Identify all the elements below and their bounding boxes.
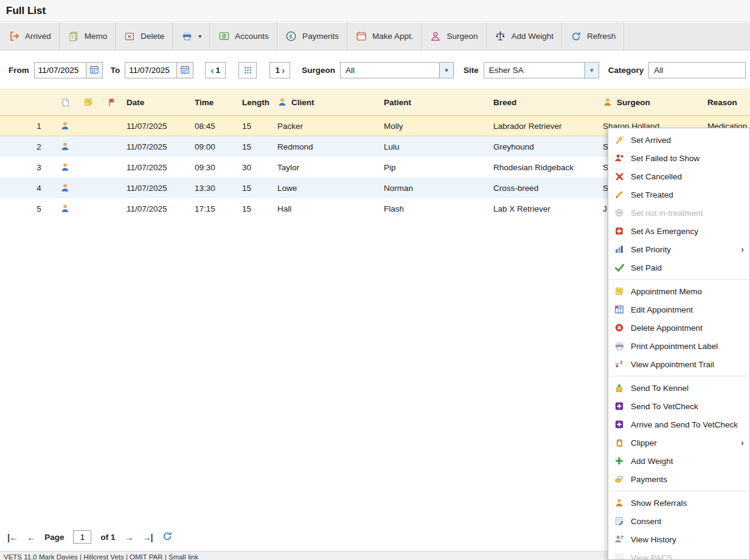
first-page-button[interactable]: |← (7, 532, 18, 542)
chevron-right-icon: › (282, 66, 285, 75)
make-appt-button-label: Make Appt. (372, 32, 414, 41)
menu-item-set-arrived[interactable]: Set Arrived (608, 131, 749, 149)
refresh-button[interactable]: Refresh (562, 22, 624, 50)
submenu-arrow-icon: › (741, 438, 744, 448)
menu-item-label: Send To VetCheck (631, 402, 698, 411)
menu-item-label: Edit Appointment (631, 305, 693, 314)
menu-item-appointment-memo[interactable]: Appointment Memo (608, 282, 749, 300)
menu-item-set-paid[interactable]: Set Paid (608, 258, 749, 277)
menu-item-set-priority[interactable]: Set Priority› (608, 240, 749, 258)
menu-item-label: Set Arrived (631, 136, 671, 145)
svg-text:?: ? (620, 534, 623, 541)
add-weight-button[interactable]: Add Weight (487, 22, 563, 50)
memo-pages-icon (68, 30, 80, 43)
client-person-icon (60, 121, 70, 131)
menu-item-show-referrals[interactable]: Show Referrals (608, 494, 749, 512)
month-view-button[interactable] (238, 62, 257, 78)
menu-item-edit-appointment[interactable]: Edit Appointment (608, 300, 749, 319)
menu-item-view-history[interactable]: ?View History (608, 530, 749, 548)
cell-time: 09:30 (191, 163, 238, 172)
prev-day-button[interactable]: ‹ 1 (205, 62, 226, 78)
category-dropdown[interactable]: All (648, 62, 746, 78)
site-dropdown-value: Esher SA (484, 63, 585, 78)
last-page-button[interactable]: →| (142, 532, 153, 542)
flag-icon (107, 98, 116, 107)
menu-item-label: Delete Appointment (631, 323, 703, 333)
column-header-memo[interactable] (77, 97, 100, 107)
next-day-button[interactable]: 1 › (269, 62, 290, 78)
menu-item-send-to-kennel[interactable]: Send To Kennel (608, 379, 749, 397)
surgeon-dropdown-arrow-icon[interactable]: ▾ (439, 63, 453, 78)
menu-item-consent[interactable]: Consent (608, 512, 749, 530)
menu-item-print-appointment-label[interactable]: Print Appointment Label (608, 337, 749, 355)
menu-item-clipper[interactable]: Clipper› (608, 434, 749, 452)
column-header-breed[interactable]: Breed (490, 98, 599, 107)
cell-doc (54, 204, 77, 213)
next-page-button[interactable]: → (125, 532, 133, 542)
menu-item-delete-appointment[interactable]: Delete Appointment (608, 319, 749, 337)
cell-num: 2 (24, 142, 54, 151)
surgeon-dropdown[interactable]: All ▾ (340, 62, 454, 78)
consent-pen-icon (614, 516, 625, 527)
site-dropdown[interactable]: Esher SA ▾ (484, 62, 599, 78)
column-header-length[interactable]: Length (238, 98, 274, 107)
column-header-label-length: Length (242, 98, 269, 107)
cell-client: Redmond (274, 142, 380, 151)
menu-item-label: Set not in-treatment (631, 209, 703, 218)
refresh-page-button[interactable] (162, 531, 173, 544)
column-header-label-date: Date (127, 98, 144, 107)
menu-item-set-treated[interactable]: Set Treated (608, 185, 749, 204)
menu-item-send-to-vetcheck[interactable]: Send To VetCheck (608, 397, 749, 415)
menu-item-label: Add Weight (631, 457, 673, 466)
from-calendar-button[interactable] (86, 63, 102, 78)
column-header-reason[interactable]: Reason (704, 98, 750, 107)
memo-button[interactable]: Memo (60, 22, 116, 50)
column-header-patient[interactable]: Patient (380, 98, 490, 107)
column-header-date[interactable]: Date (123, 98, 191, 107)
accounts-button[interactable]: @Accounts (210, 22, 277, 50)
column-header-flag[interactable] (100, 98, 123, 107)
print-button[interactable]: ▾ (173, 22, 210, 50)
svg-text:@: @ (221, 33, 226, 39)
svg-text:£: £ (290, 33, 293, 40)
table-header: DateTimeLengthClientPatientBreedSurgeonR… (0, 89, 750, 116)
menu-item-view-appointment-trail[interactable]: View Appointment Trail (608, 355, 749, 373)
arrived-button[interactable]: Arrived (0, 22, 60, 50)
memo-button-label: Memo (85, 32, 108, 41)
menu-item-set-failed-to-show[interactable]: Set Failed to Show (608, 149, 749, 167)
to-date-input[interactable] (125, 63, 176, 78)
column-header-client[interactable]: Client (274, 97, 380, 107)
menu-item-set-cancelled[interactable]: Set Cancelled (608, 167, 749, 185)
page-number-input[interactable] (73, 530, 91, 544)
prev-page-button[interactable]: ← (27, 532, 35, 542)
kennel-box-icon (614, 382, 625, 393)
to-calendar-button[interactable] (176, 63, 193, 78)
menu-item-add-weight[interactable]: Add Weight (608, 452, 749, 470)
print-dropdown-arrow-icon[interactable]: ▾ (198, 33, 201, 40)
calendar-small-icon (180, 65, 190, 75)
menu-item-payments[interactable]: Payments (608, 470, 749, 488)
surgeon-filter-label: Surgeon (302, 66, 335, 75)
document-icon (61, 98, 70, 107)
cell-patient: Flash (380, 204, 490, 213)
filter-bar: From To ‹ 1 1 › Surgeon All ▾ Site Esher… (0, 51, 750, 89)
column-header-time[interactable]: Time (191, 98, 238, 107)
delete-button[interactable]: Delete (116, 22, 173, 50)
menu-item-set-as-emergency[interactable]: Set As Emergency (608, 222, 749, 240)
menu-item-label: View PACS (631, 553, 673, 560)
column-header-doc[interactable] (54, 98, 77, 107)
cell-length: 15 (238, 142, 274, 151)
menu-item-arrive-and-send-to-vetcheck[interactable]: Arrive and Send To VetCheck (608, 415, 749, 434)
column-header-label-patient: Patient (384, 98, 411, 107)
make-appt-button[interactable]: Make Appt. (347, 22, 422, 50)
menu-separator (608, 277, 749, 282)
toolbar: ArrivedMemoDelete▾@Accounts£PaymentsMake… (0, 22, 750, 50)
page-of-label: of 1 (100, 533, 115, 542)
payments-button[interactable]: £Payments (277, 22, 347, 50)
surgeon-button[interactable]: Surgeon (422, 22, 486, 50)
prev-day-count: 1 (215, 66, 220, 75)
from-date-input[interactable] (35, 63, 86, 78)
column-header-surgeon[interactable]: Surgeon (599, 97, 704, 107)
cell-client: Packer (274, 122, 380, 131)
site-dropdown-arrow-icon[interactable]: ▾ (585, 63, 599, 78)
